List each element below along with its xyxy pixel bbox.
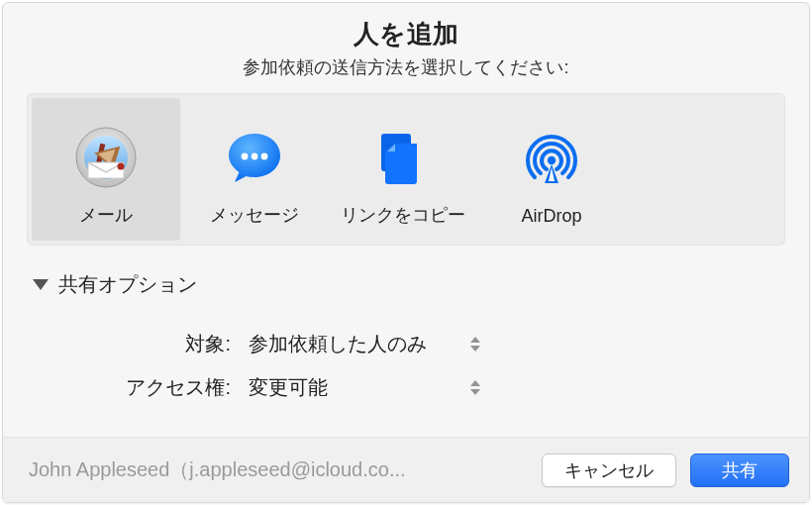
- option-value-permission[interactable]: 変更可能: [239, 374, 466, 401]
- mail-app-icon: [74, 126, 138, 189]
- option-value-who[interactable]: 参加依頼した人のみ: [239, 331, 466, 357]
- cancel-button[interactable]: キャンセル: [542, 454, 676, 487]
- share-method-airdrop[interactable]: AirDrop: [477, 98, 626, 241]
- airdrop-icon: [520, 129, 583, 192]
- option-row-who: 対象: 参加依頼した人のみ: [33, 322, 779, 365]
- share-options-label: 共有オプション: [58, 271, 197, 298]
- recipient-field[interactable]: John Appleseed（j.appleseed@icloud.co...: [29, 456, 406, 483]
- add-people-sheet: 人を追加 参加依頼の送信方法を選択してください:: [2, 2, 810, 503]
- svg-point-9: [261, 153, 268, 160]
- share-method-label: メール: [79, 203, 133, 227]
- svg-point-7: [242, 153, 249, 160]
- svg-point-11: [548, 156, 556, 164]
- stepper-icon[interactable]: [470, 378, 480, 396]
- share-method-label: AirDrop: [521, 206, 581, 227]
- svg-point-8: [252, 153, 258, 160]
- share-method-list: メール メッセージ: [27, 93, 785, 246]
- stepper-icon[interactable]: [470, 335, 480, 353]
- messages-icon: [223, 126, 286, 189]
- header: 人を追加 参加依頼の送信方法を選択してください:: [3, 3, 809, 79]
- share-method-messages[interactable]: メッセージ: [180, 98, 329, 241]
- option-label: 対象:: [33, 331, 239, 357]
- page-subtitle: 参加依頼の送信方法を選択してください:: [3, 55, 809, 79]
- footer: John Appleseed（j.appleseed@icloud.co... …: [3, 437, 809, 502]
- share-options-disclosure[interactable]: 共有オプション: [33, 271, 779, 298]
- share-method-label: メッセージ: [210, 203, 299, 227]
- share-button[interactable]: 共有: [690, 454, 789, 487]
- share-method-copy-link[interactable]: リンクをコピー: [329, 98, 477, 241]
- share-options: 共有オプション 対象: 参加依頼した人のみ アクセス権: 変更可能: [3, 246, 809, 409]
- share-options-form: 対象: 参加依頼した人のみ アクセス権: 変更可能: [33, 322, 779, 409]
- share-method-label: リンクをコピー: [341, 203, 465, 227]
- svg-point-6: [118, 163, 125, 170]
- share-method-mail[interactable]: メール: [32, 98, 180, 241]
- copy-link-icon: [371, 126, 435, 189]
- option-row-permission: アクセス権: 変更可能: [33, 365, 779, 409]
- chevron-down-icon: [33, 279, 49, 290]
- page-title: 人を追加: [3, 17, 809, 51]
- option-label: アクセス権:: [33, 374, 239, 401]
